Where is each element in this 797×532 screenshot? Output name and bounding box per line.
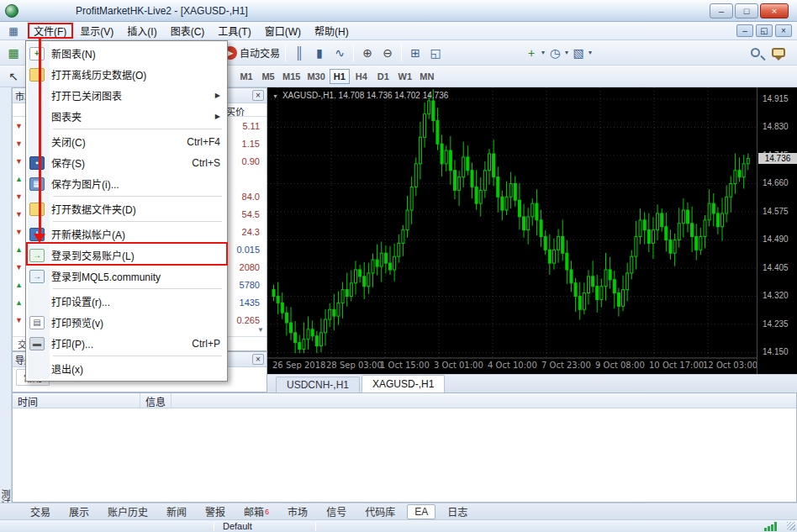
periods-button[interactable]: ◷▾ <box>546 43 570 63</box>
file-menu-item-3[interactable]: 图表夹▶ <box>26 106 227 127</box>
file-menu-item-0[interactable]: +新图表(N) <box>26 43 227 64</box>
file-menu-item-12[interactable]: →登录到交易账户(L) <box>26 245 227 266</box>
search-icon[interactable] <box>751 48 760 57</box>
close-button[interactable]: × <box>760 3 789 18</box>
chart-tab-1[interactable]: XAGUSD-,H1 <box>362 375 445 392</box>
terminal-tab-交易[interactable]: 交易 <box>24 503 57 519</box>
terminal-tab-EA[interactable]: EA <box>407 504 435 519</box>
menu-item-6[interactable]: 帮助(H) <box>308 22 356 40</box>
bid-price: 84.0 <box>242 192 260 202</box>
menu-item-label: 打开已关闭图表 <box>51 88 122 103</box>
terminal-column-headers: 时间信息 <box>13 393 796 408</box>
folder-data-icon <box>29 203 45 216</box>
mdi-close-button[interactable]: × <box>775 24 792 37</box>
file-menu-item-5[interactable]: 关闭(C)Ctrl+F4 <box>26 131 227 152</box>
minimize-button[interactable]: – <box>710 3 733 18</box>
menu-item-label: 新图表(N) <box>51 46 96 61</box>
file-menu-item-6[interactable]: ▪保存(S)Ctrl+S <box>26 152 227 173</box>
terminal-tab-展示[interactable]: 展示 <box>62 503 96 519</box>
menu-item-1[interactable]: 显示(V) <box>73 22 120 40</box>
menu-item-2[interactable]: 插入(I) <box>120 22 163 40</box>
price-axis[interactable]: 14.91514.83014.74514.66014.57514.49014.4… <box>757 87 797 374</box>
file-menu-item-7[interactable]: ▦保存为图片(i)... <box>26 173 227 194</box>
down-arrow-icon: ▼ <box>15 157 25 166</box>
timeframe-m15[interactable]: M15 <box>280 69 303 84</box>
file-menu-item-19[interactable]: 退出(x) <box>26 358 227 379</box>
tab-label: 日志 <box>447 504 467 519</box>
menu-item-0[interactable]: 文件(F) <box>27 22 73 40</box>
new-chart-icon: ▦ <box>7 46 20 60</box>
no-icon <box>29 362 45 376</box>
menu-separator <box>53 288 222 289</box>
zoom-in-icon: ⊕ <box>361 46 374 60</box>
cursor-button[interactable]: ↖ <box>3 66 24 87</box>
timeframe-m1[interactable]: M1 <box>236 69 256 84</box>
line-chart-button[interactable]: ∿ <box>330 43 350 63</box>
timeframe-d1[interactable]: D1 <box>373 69 393 84</box>
menu-item-3[interactable]: 图表(C) <box>164 22 212 40</box>
terminal-tab-代码库[interactable]: 代码库 <box>358 503 402 519</box>
mdi-minimize-button[interactable]: – <box>736 24 753 37</box>
menu-item-5[interactable]: 窗口(W) <box>258 22 308 40</box>
up-arrow-icon: ▲ <box>15 245 25 254</box>
menu-separator <box>53 196 222 197</box>
file-menu-item-2[interactable]: 打开已关闭图表▶ <box>26 85 227 106</box>
menu-item-4[interactable]: 工具(T) <box>211 22 257 40</box>
menu-item-label: 打开数据文件夹(D) <box>51 202 136 216</box>
price-chart[interactable]: 26 Sep 201828 Sep 03:001 Oct 15:003 Oct … <box>267 87 757 374</box>
timeframe-h1[interactable]: H1 <box>330 69 350 84</box>
terminal-tab-日志[interactable]: 日志 <box>441 503 474 519</box>
svg-text:7 Oct 23:00: 7 Oct 23:00 <box>541 361 591 370</box>
terminal-tab-账户历史[interactable]: 账户历史 <box>101 503 155 519</box>
menu-item-label: 退出(x) <box>51 361 83 376</box>
file-menu-item-15[interactable]: 打印设置(r)... <box>26 291 227 312</box>
file-menu-item-17[interactable]: ▬打印(P)...Ctrl+P <box>26 333 227 354</box>
file-menu-item-9[interactable]: 打开数据文件夹(D) <box>26 198 227 219</box>
terminal-tab-邮箱[interactable]: 邮箱6 <box>237 503 276 519</box>
chat-icon[interactable] <box>772 48 785 57</box>
bid-price: 1.15 <box>242 139 260 149</box>
cascade-windows-button[interactable]: ◱ <box>425 43 446 63</box>
close-icon[interactable] <box>252 90 264 101</box>
scroll-down-icon[interactable]: ▼ <box>257 326 264 334</box>
timeframe-m5[interactable]: M5 <box>258 69 278 84</box>
terminal-tab-警报[interactable]: 警报 <box>198 503 232 519</box>
candle-chart-icon: ▮ <box>313 46 326 60</box>
cursor-icon: ↖ <box>7 70 20 83</box>
indicators-button[interactable]: +▾ <box>523 43 546 63</box>
terminal-tab-信号[interactable]: 信号 <box>319 503 353 519</box>
zoom-out-button[interactable]: ⊖ <box>377 43 398 63</box>
file-menu-item-11[interactable]: +开新模拟帐户(A) <box>26 224 227 245</box>
one-click-trading-icon[interactable] <box>272 91 278 100</box>
templates-button[interactable]: ▧▾ <box>570 43 594 63</box>
menu-item-label: 打印设置(r)... <box>51 294 110 308</box>
maximize-button[interactable]: □ <box>735 3 758 18</box>
timeframe-w1[interactable]: W1 <box>395 69 415 84</box>
file-menu-item-13[interactable]: →登录到MQL5.community <box>26 266 227 287</box>
chart-tab-0[interactable]: USDCNH-,H1 <box>276 377 360 392</box>
menu-item-label: 开新模拟帐户(A) <box>51 227 125 241</box>
toolbar-separator <box>353 45 354 61</box>
print-preview-icon: ▤ <box>29 316 45 329</box>
timeframe-mn[interactable]: MN <box>417 69 437 84</box>
tab-label: 账户历史 <box>108 504 148 519</box>
auto-trading-button[interactable]: ▶自动交易 <box>222 43 282 63</box>
tab-label: 信号 <box>326 504 346 519</box>
file-menu-item-16[interactable]: ▤打印预览(v) <box>26 312 227 333</box>
close-icon[interactable] <box>252 354 264 365</box>
tile-windows-button[interactable]: ⊞ <box>405 43 425 63</box>
save-icon: ▪ <box>29 156 45 170</box>
terminal-tab-市场[interactable]: 市场 <box>281 503 314 519</box>
timeframe-h4[interactable]: H4 <box>351 69 372 84</box>
timeframe-m30[interactable]: M30 <box>304 69 327 84</box>
terminal-tab-新闻[interactable]: 新闻 <box>160 503 193 519</box>
tab-label: 交易 <box>30 504 50 519</box>
candle-chart-button[interactable]: ▮ <box>309 43 330 63</box>
zoom-in-button[interactable]: ⊕ <box>357 43 377 63</box>
bar-chart-button[interactable]: ║ <box>289 43 309 63</box>
zoom-out-icon: ⊖ <box>381 46 394 60</box>
status-profile: Default <box>219 521 310 531</box>
file-menu-item-1[interactable]: 打开离线历史数据(O) <box>26 64 227 85</box>
new-chart-button[interactable]: ▦ <box>3 43 24 63</box>
mdi-restore-button[interactable]: ◱ <box>756 24 773 37</box>
